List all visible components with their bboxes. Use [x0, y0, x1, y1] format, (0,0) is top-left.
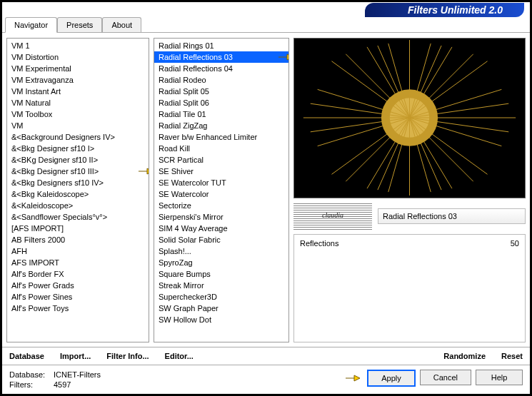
database-button[interactable]: Database — [9, 352, 44, 360]
list-item[interactable]: Radial Split 05 — [154, 86, 288, 97]
list-item[interactable]: Radial Rings 01 — [154, 40, 288, 51]
list-item[interactable]: AFH — [7, 245, 149, 257]
pointer-hand-icon — [137, 165, 149, 178]
param-label: Reflections — [300, 239, 491, 248]
tab-navigator[interactable]: Navigator — [5, 17, 57, 33]
list-item[interactable]: VM Instant Art — [7, 86, 149, 97]
status-bar: Database:ICNET-Filters Filters:4597 Appl… — [2, 365, 530, 394]
list-item[interactable]: Streak Mirror — [154, 280, 288, 291]
selected-filter-name: Radial Reflections 03 — [378, 208, 526, 224]
list-item[interactable]: SIM 4 Way Average — [154, 223, 288, 234]
list-item[interactable]: Sierpenski's Mirror — [154, 211, 288, 223]
list-item[interactable]: Raver b/w Enhanced Limiter — [154, 131, 288, 143]
list-item[interactable]: Radial Rodeo — [154, 74, 288, 86]
list-item[interactable]: SW Hollow Dot — [154, 314, 288, 325]
list-item[interactable]: &<Bkg Designer sf10 III> — [7, 166, 149, 177]
list-item[interactable]: &<Bkg Kaleidoscope> — [7, 188, 149, 200]
list-item[interactable]: &<BKg Designer sf10 II> — [7, 154, 149, 166]
list-item[interactable]: &<Sandflower Specials°v°> — [7, 211, 149, 223]
import-button[interactable]: Import... — [60, 352, 91, 360]
pointer-hand-icon — [277, 51, 288, 64]
toolbar-buttons: Database Import... Filter Info... Editor… — [2, 347, 530, 365]
list-item[interactable]: AB Filters 2000 — [7, 234, 149, 245]
category-list: VM 1VM DistortionVM ExperimentalVM Extra… — [6, 38, 149, 342]
param-value: 50 — [491, 239, 519, 248]
list-item[interactable]: Radial Reflections 03 — [154, 51, 288, 63]
list-item[interactable]: VM Natural — [7, 97, 149, 108]
title-bar: Filters Unlimited 2.0 — [2, 2, 530, 18]
db-label: Database: — [9, 370, 51, 380]
category-list-content[interactable]: VM 1VM DistortionVM ExperimentalVM Extra… — [7, 39, 149, 342]
param-row: Reflections50 — [300, 239, 519, 248]
list-item[interactable]: Solid Solar Fabric — [154, 234, 288, 245]
list-item[interactable]: Square Bumps — [154, 268, 288, 280]
editor-button[interactable]: Editor... — [165, 352, 194, 360]
filters-count-label: Filters: — [9, 380, 51, 390]
tabs: Navigator Presets About — [2, 17, 530, 33]
list-item[interactable]: Alf's Power Toys — [7, 303, 149, 314]
filter-info-button[interactable]: Filter Info... — [106, 352, 149, 360]
list-item[interactable]: VM 1 — [7, 40, 149, 51]
list-item[interactable]: Alf's Power Sines — [7, 291, 149, 303]
tab-presets[interactable]: Presets — [57, 17, 102, 32]
status-text: Database:ICNET-Filters Filters:4597 — [9, 370, 363, 390]
list-item[interactable]: Radial Reflections 04 — [154, 63, 288, 74]
list-item[interactable]: Radial Split 06 — [154, 97, 288, 108]
parameter-panel: Reflections50 — [293, 234, 526, 342]
help-button[interactable]: Help — [476, 370, 523, 385]
list-item[interactable]: Radial ZigZag — [154, 120, 288, 131]
list-item[interactable]: SE Watercolor — [154, 188, 288, 200]
list-item[interactable]: &<Kaleidoscope> — [7, 200, 149, 211]
list-item[interactable]: VM Toolbox — [7, 108, 149, 120]
cancel-button[interactable]: Cancel — [420, 370, 471, 385]
list-item[interactable]: Road Kill — [154, 143, 288, 154]
list-item[interactable]: &<Background Designers IV> — [7, 131, 149, 143]
apply-button[interactable]: Apply — [367, 370, 416, 387]
list-item[interactable]: VM Experimental — [7, 63, 149, 74]
list-item[interactable]: AFS IMPORT — [7, 257, 149, 268]
filters-count-value: 4597 — [54, 380, 71, 390]
list-item[interactable]: Superchecker3D — [154, 291, 288, 303]
brand-logo: Filters Unlimited 2.0 — [365, 3, 524, 17]
preview-image — [293, 38, 526, 198]
list-item[interactable]: VM Distortion — [7, 51, 149, 63]
list-item[interactable]: SE Shiver — [154, 166, 288, 177]
list-item[interactable]: Sectorize — [154, 200, 288, 211]
list-item[interactable]: Splash!... — [154, 245, 288, 257]
author-logo — [293, 203, 372, 230]
right-panel: Radial Reflections 03 Reflections50 — [293, 38, 526, 342]
main-area: VM 1VM DistortionVM ExperimentalVM Extra… — [2, 34, 530, 347]
filter-list-content[interactable]: Radial Rings 01Radial Reflections 03Radi… — [154, 39, 288, 342]
list-item[interactable]: SCR Partical — [154, 154, 288, 166]
list-item[interactable]: Radial Tile 01 — [154, 108, 288, 120]
list-item[interactable]: SW Graph Paper — [154, 303, 288, 314]
list-item[interactable]: SE Watercolor TUT — [154, 177, 288, 188]
list-item[interactable]: VM Extravaganza — [7, 74, 149, 86]
list-item[interactable]: VM — [7, 120, 149, 131]
randomize-button[interactable]: Randomize — [443, 352, 486, 360]
list-item[interactable]: &<Bkg Designers sf10 IV> — [7, 177, 149, 188]
list-item[interactable]: &<Bkg Designer sf10 I> — [7, 143, 149, 154]
filter-list: Radial Rings 01Radial Reflections 03Radi… — [154, 38, 289, 342]
list-item[interactable]: Alf's Border FX — [7, 268, 149, 280]
list-item[interactable]: [AFS IMPORT] — [7, 223, 149, 234]
tab-about[interactable]: About — [102, 17, 141, 32]
db-value: ICNET-Filters — [54, 370, 101, 380]
list-item[interactable]: SpyroZag — [154, 257, 288, 268]
reset-button[interactable]: Reset — [501, 352, 523, 360]
filter-info-row: Radial Reflections 03 — [293, 203, 526, 230]
list-item[interactable]: Alf's Power Grads — [7, 280, 149, 291]
